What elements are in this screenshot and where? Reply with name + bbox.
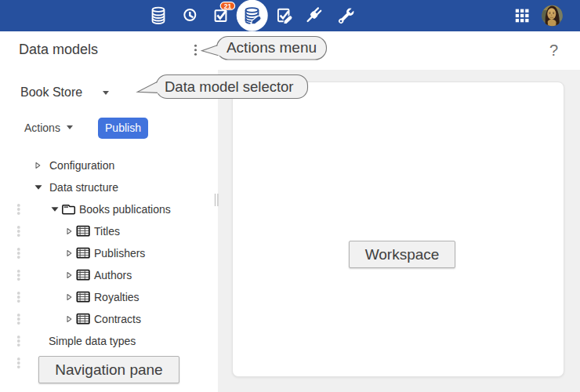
- svg-text:21: 21: [224, 2, 232, 10]
